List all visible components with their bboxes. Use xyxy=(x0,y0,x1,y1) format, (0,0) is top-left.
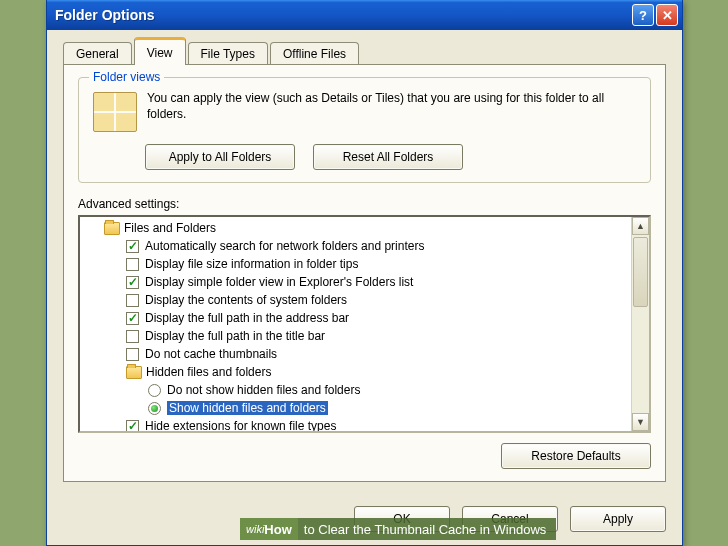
checkbox[interactable] xyxy=(126,294,139,307)
tree-item[interactable]: Display the contents of system folders xyxy=(82,291,631,309)
window-title: Folder Options xyxy=(55,7,630,23)
tree-item-label: Display the contents of system folders xyxy=(145,293,347,307)
scrollbar[interactable]: ▲ ▼ xyxy=(631,217,649,431)
tree-root-label: Files and Folders xyxy=(124,221,216,235)
tree-item[interactable]: Automatically search for network folders… xyxy=(82,237,631,255)
folder-icon xyxy=(104,222,120,235)
checkbox[interactable] xyxy=(126,420,139,432)
radio[interactable] xyxy=(148,384,161,397)
tree-root-files-and-folders[interactable]: Files and Folders xyxy=(82,219,631,237)
tree-item[interactable]: Display the full path in the address bar xyxy=(82,309,631,327)
tabstrip: General View File Types Offline Files xyxy=(63,40,666,65)
checkbox[interactable] xyxy=(126,312,139,325)
advanced-settings-label: Advanced settings: xyxy=(78,197,651,211)
tree-item[interactable]: Display the full path in the title bar xyxy=(82,327,631,345)
tree-item[interactable]: Do not cache thumbnails xyxy=(82,345,631,363)
titlebar[interactable]: Folder Options ? ✕ xyxy=(47,0,682,30)
tree-item-label: Hide extensions for known file types xyxy=(145,419,336,431)
tree-item-label: Display simple folder view in Explorer's… xyxy=(145,275,413,289)
folder-views-icon xyxy=(93,92,137,132)
tree-item-label: Display the full path in the title bar xyxy=(145,329,325,343)
radio[interactable] xyxy=(148,402,161,415)
tree-item-label: Automatically search for network folders… xyxy=(145,239,424,253)
tree-item[interactable]: Display file size information in folder … xyxy=(82,255,631,273)
tree-item-label: Do not cache thumbnails xyxy=(145,347,277,361)
wikihow-caption: wikiHow to Clear the Thumbnail Cache in … xyxy=(240,518,556,540)
folder-views-text: You can apply the view (such as Details … xyxy=(147,90,638,136)
folder-options-dialog: Folder Options ? ✕ General View File Typ… xyxy=(46,0,683,546)
tabpanel-view: Folder views You can apply the view (suc… xyxy=(63,64,666,482)
scroll-up-button[interactable]: ▲ xyxy=(632,217,649,235)
apply-all-folders-button[interactable]: Apply to All Folders xyxy=(145,144,295,170)
help-button[interactable]: ? xyxy=(632,4,654,26)
checkbox[interactable] xyxy=(126,330,139,343)
tab-general[interactable]: General xyxy=(63,42,132,65)
apply-button[interactable]: Apply xyxy=(570,506,666,532)
tab-offline[interactable]: Offline Files xyxy=(270,42,359,65)
checkbox[interactable] xyxy=(126,276,139,289)
tree-item-label: Display file size information in folder … xyxy=(145,257,358,271)
tab-filetypes[interactable]: File Types xyxy=(188,42,268,65)
restore-defaults-button[interactable]: Restore Defaults xyxy=(501,443,651,469)
help-icon: ? xyxy=(639,8,647,23)
scroll-track[interactable] xyxy=(632,235,649,413)
advanced-settings-tree[interactable]: Files and FoldersAutomatically search fo… xyxy=(78,215,651,433)
tree-item[interactable]: Hide extensions for known file types xyxy=(82,417,631,431)
checkbox[interactable] xyxy=(126,258,139,271)
tab-view[interactable]: View xyxy=(134,37,186,65)
wikihow-caption-text: to Clear the Thumbnail Cache in Windows xyxy=(304,522,547,537)
folder-views-legend: Folder views xyxy=(89,70,164,84)
reset-all-folders-button[interactable]: Reset All Folders xyxy=(313,144,463,170)
scroll-down-button[interactable]: ▼ xyxy=(632,413,649,431)
checkbox[interactable] xyxy=(126,240,139,253)
wikihow-logo: wikiHow xyxy=(240,518,298,540)
tree-item-label: Do not show hidden files and folders xyxy=(167,383,360,397)
tree-item-label: Display the full path in the address bar xyxy=(145,311,349,325)
tree-item[interactable]: Hidden files and folders xyxy=(82,363,631,381)
tree-item-label: Hidden files and folders xyxy=(146,365,271,379)
close-icon: ✕ xyxy=(662,8,673,23)
close-button[interactable]: ✕ xyxy=(656,4,678,26)
checkbox[interactable] xyxy=(126,348,139,361)
folder-views-group: Folder views You can apply the view (suc… xyxy=(78,77,651,183)
tree-item[interactable]: Do not show hidden files and folders xyxy=(82,381,631,399)
folder-icon xyxy=(126,366,142,379)
scroll-thumb[interactable] xyxy=(633,237,648,307)
tree-item-label: Show hidden files and folders xyxy=(167,401,328,415)
tree-item[interactable]: Show hidden files and folders xyxy=(82,399,631,417)
tree-item[interactable]: Display simple folder view in Explorer's… xyxy=(82,273,631,291)
